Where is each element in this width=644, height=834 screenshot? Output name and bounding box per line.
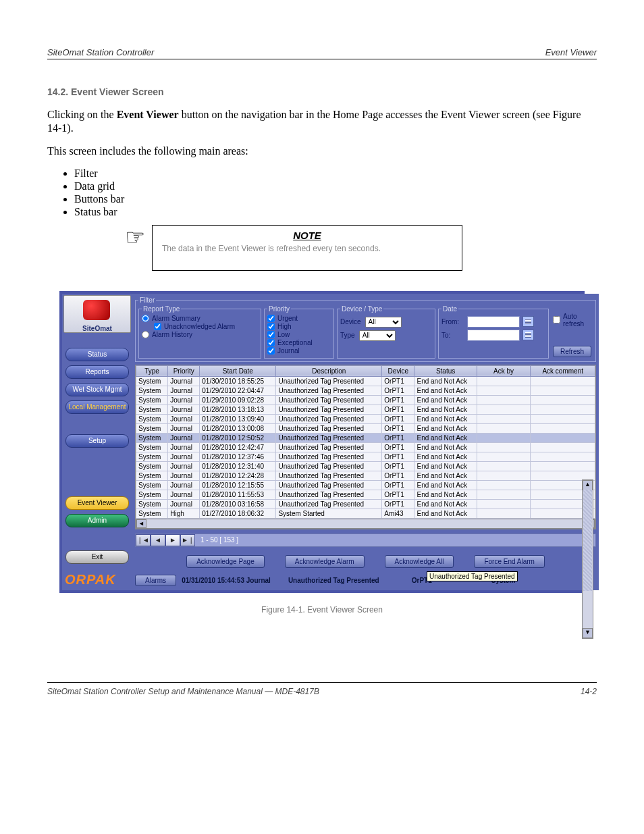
table-row[interactable]: SystemJournal01/28/2010 12:24:28Unauthor…: [136, 471, 595, 480]
horizontal-scrollbar[interactable]: ◄►: [136, 519, 595, 529]
table-row[interactable]: SystemJournal01/28/2010 12:50:52Unauthor…: [136, 433, 595, 442]
report-type-group: Report Type Alarm Summary Unacknowledged…: [138, 305, 261, 359]
pager-prev[interactable]: ◄: [151, 534, 165, 546]
sidebar: SiteOmat Status Reports Wet Stock Mgmt L…: [62, 294, 132, 590]
type-select[interactable]: All: [359, 330, 396, 341]
nav-local-management[interactable]: Local Management: [65, 400, 129, 414]
col-type[interactable]: Type: [136, 365, 168, 376]
table-row[interactable]: SystemJournal01/28/2010 13:09:40Unauthor…: [136, 414, 595, 423]
header-rule: [47, 59, 597, 59]
nav-status[interactable]: Status: [65, 348, 129, 361]
status-desc: Unauthorized Tag Presented: [288, 577, 379, 584]
to-label: To:: [441, 332, 464, 339]
radio-alarm-summary[interactable]: Alarm Summary: [142, 315, 258, 322]
note-title: NOTE: [162, 230, 452, 241]
checkbox-urgent[interactable]: Urgent: [267, 315, 331, 322]
col-priority[interactable]: Priority: [168, 365, 200, 376]
event-grid: Type Priority Start Date Description Dev…: [135, 365, 596, 529]
alarms-button[interactable]: Alarms: [135, 575, 176, 586]
col-startdate[interactable]: Start Date: [200, 365, 276, 376]
nav-event-viewer[interactable]: Event Viewer: [65, 496, 129, 510]
device-type-group: Device / Type Device All Type All: [337, 305, 435, 359]
main-panel: Filter Report Type Alarm Summary Unackno…: [132, 294, 599, 590]
type-label: Type: [340, 332, 355, 339]
calendar-icon[interactable]: [522, 330, 534, 340]
priority-group: Priority Urgent High Low Exceptional Jou…: [264, 305, 334, 359]
screenshot: SiteOmat Status Reports Wet Stock Mgmt L…: [59, 291, 585, 593]
pump-icon: [83, 300, 110, 320]
date-group: Date From: To:: [438, 305, 549, 359]
checkbox-journal[interactable]: Journal: [267, 347, 331, 355]
filter-panel: Filter Report Type Alarm Summary Unackno…: [135, 296, 596, 362]
ack-all-button[interactable]: Acknowledge All: [385, 555, 454, 568]
col-ackby[interactable]: Ack by: [477, 365, 531, 376]
nav-admin[interactable]: Admin: [65, 514, 129, 527]
footer-right: 14-2: [581, 687, 597, 696]
nav-setup[interactable]: Setup: [65, 434, 129, 448]
footer-left: SiteOmat Station Controller Setup and Ma…: [47, 687, 319, 696]
radio-alarm-history[interactable]: Alarm History: [142, 331, 258, 338]
table-row[interactable]: SystemJournal01/29/2010 09:02:28Unauthor…: [136, 395, 595, 405]
ack-alarm-button[interactable]: Acknowledge Alarm: [285, 555, 365, 568]
note-text: The data in the Event Viewer is refreshe…: [162, 244, 452, 253]
brand-logo: ORPAK: [63, 569, 116, 589]
table-row[interactable]: SystemJournal01/28/2010 12:15:55Unauthor…: [136, 480, 595, 490]
table-row[interactable]: SystemJournal01/28/2010 12:37:46Unauthor…: [136, 452, 595, 461]
col-ackcomment[interactable]: Ack comment: [531, 365, 595, 376]
pager: ❘◄ ◄ ► ►❘ 1 - 50 [ 153 ]: [135, 533, 596, 547]
status-bar: Alarms 01/31/2010 15:44:53 Journal Unaut…: [135, 573, 596, 588]
bullet-datagrid: Data grid: [74, 180, 597, 192]
bullet-statusbar: Status bar: [74, 206, 597, 218]
filter-legend: Filter: [138, 296, 156, 304]
device-label: Device: [340, 318, 361, 325]
doc-title: SiteOmat Station Controller: [47, 47, 154, 57]
ack-page-button[interactable]: Acknowledge Page: [186, 555, 265, 568]
checkbox-auto-refresh[interactable]: Auto refresh: [553, 313, 591, 328]
nav-exit[interactable]: Exit: [65, 550, 129, 564]
table-row[interactable]: SystemJournal01/29/2010 22:04:47Unauthor…: [136, 386, 595, 395]
pager-first[interactable]: ❘◄: [136, 534, 151, 546]
pager-label: 1 - 50 [ 153 ]: [195, 536, 244, 544]
table-row[interactable]: SystemJournal01/28/2010 12:42:47Unauthor…: [136, 442, 595, 452]
paragraph-1: Clicking on the Event Viewer button on t…: [47, 108, 597, 135]
checkbox-low[interactable]: Low: [267, 331, 331, 338]
table-row[interactable]: SystemJournal01/28/2010 03:16:58Unauthor…: [136, 499, 595, 509]
table-row[interactable]: SystemJournal01/30/2010 18:55:25Unauthor…: [136, 376, 595, 386]
table-row[interactable]: SystemJournal01/28/2010 12:31:40Unauthor…: [136, 461, 595, 471]
from-label: From:: [441, 318, 464, 325]
nav-reports[interactable]: Reports: [65, 365, 129, 379]
from-date-input[interactable]: [467, 316, 520, 328]
vertical-scrollbar[interactable]: ▲▼: [582, 479, 593, 639]
bullet-buttons: Buttons bar: [74, 193, 597, 205]
paragraph-2: This screen includes the following main …: [47, 145, 597, 158]
checkbox-exceptional[interactable]: Exceptional: [267, 339, 331, 346]
refresh-button[interactable]: Refresh: [553, 346, 591, 357]
app-logo: SiteOmat: [63, 295, 131, 333]
grid-header-row: Type Priority Start Date Description Dev…: [136, 365, 595, 376]
pointing-hand-icon: ☞: [125, 225, 145, 249]
bullet-list: Filter Data grid Buttons bar Status bar: [74, 167, 597, 218]
device-select[interactable]: All: [365, 317, 402, 328]
figure-caption: Figure 14-1. Event Viewer Screen: [47, 605, 597, 615]
pager-last[interactable]: ►❘: [180, 534, 195, 546]
nav-wetstock[interactable]: Wet Stock Mgmt: [65, 383, 129, 396]
calendar-icon[interactable]: [522, 316, 534, 327]
to-date-input[interactable]: [467, 330, 520, 341]
table-row[interactable]: SystemJournal01/28/2010 13:18:13Unauthor…: [136, 405, 595, 414]
col-status[interactable]: Status: [414, 365, 477, 376]
checkbox-high[interactable]: High: [267, 323, 331, 330]
pager-next[interactable]: ►: [165, 534, 180, 546]
table-row[interactable]: SystemJournal01/28/2010 13:00:08Unauthor…: [136, 423, 595, 433]
cell-tooltip: Unauthorized Tag Presented: [427, 571, 518, 581]
checkbox-unack-alarm[interactable]: Unacknowledged Alarm: [154, 323, 258, 330]
col-description[interactable]: Description: [276, 365, 382, 376]
ack-button-bar: Acknowledge Page Acknowledge Alarm Ackno…: [135, 550, 596, 571]
doc-section: Event Viewer: [545, 47, 597, 57]
col-device[interactable]: Device: [382, 365, 414, 376]
force-end-button[interactable]: Force End Alarm: [474, 555, 544, 568]
bullet-filter: Filter: [74, 167, 597, 180]
note-box: NOTE The data in the Event Viewer is ref…: [152, 225, 462, 271]
table-row[interactable]: SystemHigh01/27/2010 18:06:32System Star…: [136, 509, 595, 518]
section-heading: 14.2. Event Viewer Screen: [47, 86, 597, 99]
table-row[interactable]: SystemJournal01/28/2010 11:55:53Unauthor…: [136, 490, 595, 499]
